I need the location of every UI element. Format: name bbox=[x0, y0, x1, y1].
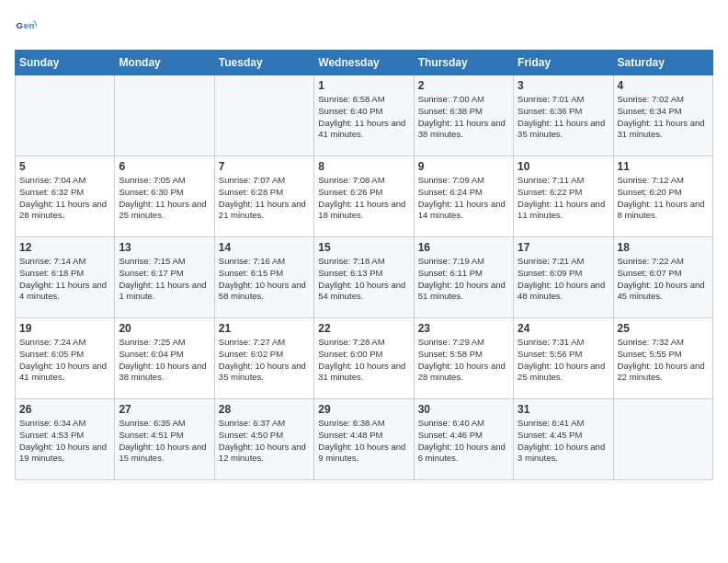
day-info: Sunrise: 6:40 AM Sunset: 4:46 PM Dayligh… bbox=[418, 418, 509, 465]
svg-text:n: n bbox=[28, 20, 34, 30]
day-number: 7 bbox=[219, 160, 310, 173]
day-number: 26 bbox=[19, 403, 110, 416]
calendar-cell: 9Sunrise: 7:09 AM Sunset: 6:24 PM Daylig… bbox=[414, 156, 513, 237]
day-number: 8 bbox=[318, 160, 409, 173]
day-number: 10 bbox=[518, 160, 609, 173]
day-info: Sunrise: 7:08 AM Sunset: 6:26 PM Dayligh… bbox=[318, 175, 409, 222]
calendar-week-row: 5Sunrise: 7:04 AM Sunset: 6:32 PM Daylig… bbox=[16, 156, 713, 237]
day-number: 28 bbox=[219, 403, 310, 416]
calendar-cell: 30Sunrise: 6:40 AM Sunset: 4:46 PM Dayli… bbox=[414, 399, 513, 480]
day-number: 14 bbox=[219, 241, 310, 254]
day-number: 5 bbox=[19, 160, 110, 173]
day-info: Sunrise: 6:34 AM Sunset: 4:53 PM Dayligh… bbox=[19, 418, 110, 465]
day-info: Sunrise: 7:05 AM Sunset: 6:30 PM Dayligh… bbox=[119, 175, 210, 222]
logo-icon: G e n bbox=[15, 15, 40, 40]
day-info: Sunrise: 7:29 AM Sunset: 5:58 PM Dayligh… bbox=[418, 337, 509, 384]
day-info: Sunrise: 7:25 AM Sunset: 6:04 PM Dayligh… bbox=[119, 337, 210, 384]
weekday-header-tuesday: Tuesday bbox=[214, 51, 313, 75]
day-info: Sunrise: 7:24 AM Sunset: 6:05 PM Dayligh… bbox=[19, 337, 110, 384]
day-info: Sunrise: 6:38 AM Sunset: 4:48 PM Dayligh… bbox=[318, 418, 409, 465]
calendar-cell: 23Sunrise: 7:29 AM Sunset: 5:58 PM Dayli… bbox=[414, 318, 513, 399]
day-info: Sunrise: 7:09 AM Sunset: 6:24 PM Dayligh… bbox=[418, 175, 509, 222]
day-number: 12 bbox=[19, 241, 110, 254]
calendar-cell: 19Sunrise: 7:24 AM Sunset: 6:05 PM Dayli… bbox=[16, 318, 115, 399]
page-header: G e n bbox=[15, 15, 713, 40]
weekday-header-saturday: Saturday bbox=[613, 51, 712, 75]
calendar-cell: 10Sunrise: 7:11 AM Sunset: 6:22 PM Dayli… bbox=[514, 156, 613, 237]
calendar-week-row: 19Sunrise: 7:24 AM Sunset: 6:05 PM Dayli… bbox=[16, 318, 713, 399]
weekday-header-wednesday: Wednesday bbox=[314, 51, 414, 75]
day-number: 29 bbox=[318, 403, 409, 416]
day-info: Sunrise: 7:31 AM Sunset: 5:56 PM Dayligh… bbox=[518, 337, 609, 384]
calendar-cell: 22Sunrise: 7:28 AM Sunset: 6:00 PM Dayli… bbox=[314, 318, 414, 399]
day-number: 20 bbox=[119, 322, 210, 335]
day-info: Sunrise: 6:41 AM Sunset: 4:45 PM Dayligh… bbox=[518, 418, 609, 465]
day-info: Sunrise: 7:02 AM Sunset: 6:34 PM Dayligh… bbox=[618, 94, 709, 141]
weekday-header-monday: Monday bbox=[115, 51, 214, 75]
calendar-week-row: 1Sunrise: 6:58 AM Sunset: 6:40 PM Daylig… bbox=[16, 75, 713, 156]
calendar-cell: 28Sunrise: 6:37 AM Sunset: 4:50 PM Dayli… bbox=[214, 399, 313, 480]
day-info: Sunrise: 7:04 AM Sunset: 6:32 PM Dayligh… bbox=[19, 175, 110, 222]
day-number: 4 bbox=[618, 79, 709, 92]
calendar-cell: 8Sunrise: 7:08 AM Sunset: 6:26 PM Daylig… bbox=[314, 156, 414, 237]
calendar-cell: 14Sunrise: 7:16 AM Sunset: 6:15 PM Dayli… bbox=[214, 237, 313, 318]
calendar-cell: 18Sunrise: 7:22 AM Sunset: 6:07 PM Dayli… bbox=[613, 237, 712, 318]
day-number: 9 bbox=[418, 160, 509, 173]
calendar-cell: 17Sunrise: 7:21 AM Sunset: 6:09 PM Dayli… bbox=[514, 237, 613, 318]
day-number: 30 bbox=[418, 403, 509, 416]
calendar-cell: 13Sunrise: 7:15 AM Sunset: 6:17 PM Dayli… bbox=[115, 237, 214, 318]
calendar-cell: 16Sunrise: 7:19 AM Sunset: 6:11 PM Dayli… bbox=[414, 237, 513, 318]
calendar-cell: 1Sunrise: 6:58 AM Sunset: 6:40 PM Daylig… bbox=[314, 75, 414, 156]
calendar-cell: 26Sunrise: 6:34 AM Sunset: 4:53 PM Dayli… bbox=[16, 399, 115, 480]
calendar-cell: 21Sunrise: 7:27 AM Sunset: 6:02 PM Dayli… bbox=[214, 318, 313, 399]
day-info: Sunrise: 7:14 AM Sunset: 6:18 PM Dayligh… bbox=[19, 256, 110, 303]
day-info: Sunrise: 7:12 AM Sunset: 6:20 PM Dayligh… bbox=[618, 175, 709, 222]
day-info: Sunrise: 7:28 AM Sunset: 6:00 PM Dayligh… bbox=[318, 337, 409, 384]
calendar-cell: 25Sunrise: 7:32 AM Sunset: 5:55 PM Dayli… bbox=[613, 318, 712, 399]
calendar-week-row: 12Sunrise: 7:14 AM Sunset: 6:18 PM Dayli… bbox=[16, 237, 713, 318]
day-number: 24 bbox=[518, 322, 609, 335]
day-number: 17 bbox=[518, 241, 609, 254]
day-info: Sunrise: 7:27 AM Sunset: 6:02 PM Dayligh… bbox=[219, 337, 310, 384]
day-number: 1 bbox=[318, 79, 409, 92]
calendar-cell: 6Sunrise: 7:05 AM Sunset: 6:30 PM Daylig… bbox=[115, 156, 214, 237]
day-info: Sunrise: 7:32 AM Sunset: 5:55 PM Dayligh… bbox=[618, 337, 709, 384]
day-info: Sunrise: 7:00 AM Sunset: 6:38 PM Dayligh… bbox=[418, 94, 509, 141]
calendar-cell: 5Sunrise: 7:04 AM Sunset: 6:32 PM Daylig… bbox=[16, 156, 115, 237]
day-number: 19 bbox=[19, 322, 110, 335]
day-info: Sunrise: 7:19 AM Sunset: 6:11 PM Dayligh… bbox=[418, 256, 509, 303]
calendar-cell: 15Sunrise: 7:18 AM Sunset: 6:13 PM Dayli… bbox=[314, 237, 414, 318]
day-number: 18 bbox=[618, 241, 709, 254]
calendar-cell: 12Sunrise: 7:14 AM Sunset: 6:18 PM Dayli… bbox=[16, 237, 115, 318]
day-number: 27 bbox=[119, 403, 210, 416]
calendar-cell: 20Sunrise: 7:25 AM Sunset: 6:04 PM Dayli… bbox=[115, 318, 214, 399]
day-number: 22 bbox=[318, 322, 409, 335]
day-info: Sunrise: 7:18 AM Sunset: 6:13 PM Dayligh… bbox=[318, 256, 409, 303]
calendar-cell: 29Sunrise: 6:38 AM Sunset: 4:48 PM Dayli… bbox=[314, 399, 414, 480]
calendar-cell: 2Sunrise: 7:00 AM Sunset: 6:38 PM Daylig… bbox=[414, 75, 513, 156]
day-info: Sunrise: 6:58 AM Sunset: 6:40 PM Dayligh… bbox=[318, 94, 409, 141]
calendar-cell: 27Sunrise: 6:35 AM Sunset: 4:51 PM Dayli… bbox=[115, 399, 214, 480]
day-info: Sunrise: 7:01 AM Sunset: 6:36 PM Dayligh… bbox=[518, 94, 609, 141]
weekday-header-row: SundayMondayTuesdayWednesdayThursdayFrid… bbox=[16, 51, 713, 75]
calendar-table: SundayMondayTuesdayWednesdayThursdayFrid… bbox=[15, 50, 713, 480]
day-number: 3 bbox=[518, 79, 609, 92]
day-info: Sunrise: 6:35 AM Sunset: 4:51 PM Dayligh… bbox=[119, 418, 210, 465]
svg-text:G: G bbox=[16, 20, 23, 30]
weekday-header-sunday: Sunday bbox=[16, 51, 115, 75]
day-number: 21 bbox=[219, 322, 310, 335]
day-number: 6 bbox=[119, 160, 210, 173]
calendar-cell: 3Sunrise: 7:01 AM Sunset: 6:36 PM Daylig… bbox=[514, 75, 613, 156]
day-number: 2 bbox=[418, 79, 509, 92]
day-number: 11 bbox=[618, 160, 709, 173]
day-number: 25 bbox=[618, 322, 709, 335]
weekday-header-thursday: Thursday bbox=[414, 51, 513, 75]
day-number: 31 bbox=[518, 403, 609, 416]
calendar-week-row: 26Sunrise: 6:34 AM Sunset: 4:53 PM Dayli… bbox=[16, 399, 713, 480]
calendar-cell: 31Sunrise: 6:41 AM Sunset: 4:45 PM Dayli… bbox=[514, 399, 613, 480]
weekday-header-friday: Friday bbox=[514, 51, 613, 75]
day-info: Sunrise: 7:21 AM Sunset: 6:09 PM Dayligh… bbox=[518, 256, 609, 303]
day-info: Sunrise: 7:11 AM Sunset: 6:22 PM Dayligh… bbox=[518, 175, 609, 222]
calendar-cell: 24Sunrise: 7:31 AM Sunset: 5:56 PM Dayli… bbox=[514, 318, 613, 399]
calendar-cell bbox=[214, 75, 313, 156]
